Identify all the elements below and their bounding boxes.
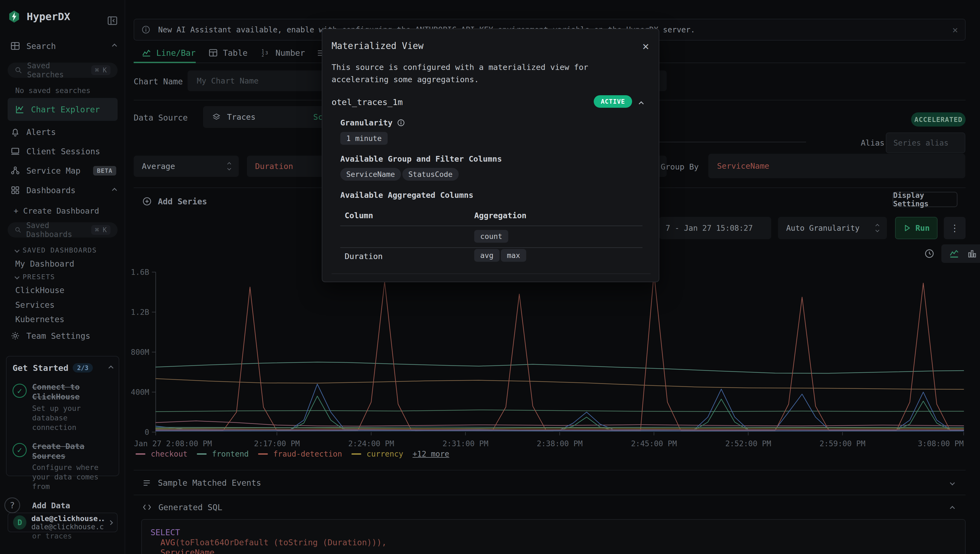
check-circle-icon: ✓: [13, 443, 27, 457]
dashboards-icon: [10, 185, 21, 195]
sidebar-item-label: Search: [26, 41, 56, 51]
avatar: D: [13, 515, 26, 530]
legend-more-link[interactable]: +12 more: [413, 449, 449, 458]
legend-item-currency[interactable]: currency: [351, 449, 403, 458]
svg-text:2:59:00 PM: 2:59:00 PM: [820, 439, 866, 448]
get-started-item-title: Connect to ClickHouse: [32, 382, 95, 402]
sql-function: AVG: [160, 538, 175, 547]
preset-services[interactable]: Services: [15, 300, 55, 310]
filter-column-chip: ServiceName: [340, 168, 401, 181]
svg-text:2:38:00 PM: 2:38:00 PM: [537, 439, 583, 448]
chevron-up-icon: [108, 365, 113, 370]
saved-dashboards-section[interactable]: SAVED DASHBOARDS: [15, 246, 97, 254]
chevron-up-icon: [112, 188, 117, 193]
presets-section[interactable]: PRESETS: [15, 273, 55, 281]
get-started-item-desc: Configure where your data comes from: [32, 463, 103, 491]
app-logo[interactable]: HyperDX: [8, 10, 70, 23]
legend-label: currency: [367, 449, 403, 458]
svg-text:2:52:00 PM: 2:52:00 PM: [725, 439, 771, 448]
app-title: HyperDX: [27, 11, 70, 22]
chart-series-currency: [156, 428, 964, 428]
code-icon: [142, 502, 152, 512]
generated-sql-section-header[interactable]: Generated SQL: [142, 502, 222, 512]
legend-swatch-icon: [197, 453, 207, 455]
user-email: dale@clickhouse.c…: [31, 523, 104, 531]
help-button[interactable]: ?: [4, 497, 20, 513]
sidebar-item-label: Dashboards: [26, 186, 76, 195]
service-map-icon: [10, 166, 21, 176]
sidebar-item-client-sessions[interactable]: Client Sessions: [10, 146, 116, 156]
chart-series-recommendation: [156, 410, 964, 411]
info-icon[interactable]: [397, 119, 405, 127]
collapse-sidebar-icon[interactable]: [107, 15, 118, 26]
sidebar-item-search[interactable]: Search: [10, 41, 116, 51]
chart-legend: checkoutfrontendfraud-detectioncurrency …: [135, 449, 449, 458]
sidebar-item-chart-explorer[interactable]: Chart Explorer: [8, 98, 118, 121]
modal-description: This source is configured with a materia…: [331, 61, 650, 86]
preset-kubernetes[interactable]: Kubernetes: [15, 315, 65, 324]
svg-text:400M: 400M: [131, 388, 149, 397]
chart-series-fraud-detection: [156, 273, 964, 431]
legend-item-checkout[interactable]: checkout: [135, 449, 188, 458]
svg-text:800M: 800M: [131, 348, 149, 357]
sidebar-item-label: Client Sessions: [26, 146, 100, 156]
get-started-panel: Get Started 2/3 ✓ Connect to ClickHouse …: [6, 356, 119, 476]
svg-text:2:31:00 PM: 2:31:00 PM: [442, 439, 488, 448]
divider: [134, 470, 966, 470]
generated-sql-code[interactable]: SELECT AVG(toFloat64OrDefault (toString …: [141, 519, 966, 554]
create-dashboard-button[interactable]: + Create Dashboard: [14, 206, 99, 215]
materialized-view-modal: Materialized View ✕ This source is confi…: [322, 29, 659, 282]
sidebar-item-team-settings[interactable]: Team Settings: [10, 331, 116, 341]
filter-column-chip: StatusCode: [402, 168, 459, 181]
table-header-aggregation: Aggregation: [474, 211, 526, 220]
user-name: dale@clickhouse.…: [31, 514, 104, 523]
get-started-item-title: Create Data Sources: [32, 441, 95, 461]
sidebar-item-dashboards[interactable]: Dashboards: [10, 185, 116, 195]
bell-icon: [10, 127, 21, 137]
table-divider: [331, 274, 651, 274]
aggregation-chip: count: [474, 230, 508, 243]
get-started-header[interactable]: Get Started 2/3: [13, 363, 113, 373]
svg-text:1.6B: 1.6B: [131, 268, 149, 277]
group-filter-heading: Available Group and Filter Columns: [340, 154, 650, 164]
sidebar-item-label: Team Settings: [26, 331, 90, 341]
search-group-icon: [10, 41, 21, 51]
sql-keyword: SELECT: [151, 528, 180, 537]
divider: [134, 495, 966, 495]
granularity-chip: 1 minute: [340, 132, 388, 145]
user-menu[interactable]: D dale@clickhouse.… dale@clickhouse.c…: [8, 513, 118, 532]
table-header-column: Column: [345, 211, 373, 220]
sidebar: HyperDX Search Saved Searches ⌘ K No sa: [0, 0, 125, 554]
sql-args: (toFloat64OrDefault (toString (Duration)…: [175, 538, 387, 547]
get-started-item-title: Add Data: [32, 501, 100, 511]
source-table-name: otel_traces_1m: [331, 97, 403, 107]
modal-close-icon[interactable]: ✕: [642, 41, 649, 51]
search-icon: [15, 226, 21, 234]
sidebar-item-label: Chart Explorer: [31, 105, 100, 114]
preset-clickhouse[interactable]: ClickHouse: [15, 285, 65, 295]
chart-series-checkout: [156, 421, 964, 426]
no-saved-searches-text: No saved searches: [15, 86, 90, 95]
chevron-down-icon: [14, 248, 19, 253]
dashboard-link-my-dashboard[interactable]: My Dashboard: [15, 259, 74, 269]
sample-events-section-header[interactable]: Sample Matched Events: [142, 478, 261, 488]
legend-label: frontend: [212, 449, 249, 458]
chart-explorer-icon: [15, 104, 25, 115]
chevron-right-icon: [108, 520, 113, 525]
legend-item-frontend[interactable]: frontend: [197, 449, 249, 458]
legend-item-fraud-detection[interactable]: fraud-detection: [258, 449, 342, 458]
chart-series-productcatalog: [156, 379, 964, 389]
list-icon: [142, 478, 151, 488]
gear-icon: [10, 331, 21, 341]
get-started-item[interactable]: ✓ Connect to ClickHouse Set up your data…: [13, 382, 113, 432]
saved-dashboards-input[interactable]: Saved Dashboards ⌘ K: [8, 222, 118, 237]
sidebar-item-service-map[interactable]: Service Map BETA: [10, 166, 116, 176]
sidebar-item-label: Alerts: [26, 127, 56, 137]
svg-text:2:17:00 PM: 2:17:00 PM: [254, 439, 300, 448]
sidebar-item-alerts[interactable]: Alerts: [10, 127, 116, 137]
app-root: HyperDX Search Saved Searches ⌘ K No sa: [0, 0, 980, 554]
get-started-item-desc: Set up your database connection: [32, 404, 103, 432]
get-started-item[interactable]: ✓ Create Data Sources Configure where yo…: [13, 441, 113, 492]
progress-badge: 2/3: [73, 363, 93, 373]
saved-searches-input[interactable]: Saved Searches ⌘ K: [8, 62, 118, 78]
